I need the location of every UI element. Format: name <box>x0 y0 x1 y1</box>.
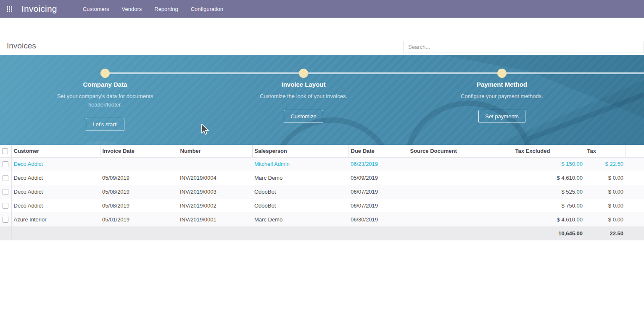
cell-spacer <box>626 199 644 213</box>
cell-spacer <box>626 171 644 185</box>
cell-spacer <box>626 157 644 171</box>
cell-spacer <box>626 213 644 226</box>
cell-due-date: 06/07/2019 <box>348 185 408 199</box>
page-title: Invoices <box>7 41 36 51</box>
row-checkbox[interactable] <box>3 161 8 167</box>
invoice-list: Customer Invoice Date Number Salesperson… <box>0 145 644 240</box>
table-header-row: Customer Invoice Date Number Salesperson… <box>0 145 644 157</box>
table-footer-row: 10,645.00 22.50 <box>0 226 644 240</box>
nav-vendors[interactable]: Vendors <box>116 1 148 17</box>
cell-tax-excluded: $ 4,610.00 <box>513 171 585 185</box>
step-dot-company-data[interactable] <box>100 69 110 78</box>
row-checkbox[interactable] <box>3 203 8 209</box>
cell-invoice-date: 05/01/2019 <box>100 213 178 226</box>
onboarding-step-invoice-layout: Invoice Layout Customize the look of you… <box>236 81 371 123</box>
nav-reporting[interactable]: Reporting <box>149 1 183 17</box>
cell-customer: Deco Addict <box>11 157 100 171</box>
row-checkbox[interactable] <box>3 175 8 181</box>
step-description: Configure your payment methods. <box>454 92 550 101</box>
cell-source-document <box>408 171 513 185</box>
cell-number: INV/2019/0003 <box>178 185 252 199</box>
cell-tax: $ 0.00 <box>585 213 626 226</box>
cell-source-document <box>408 213 513 226</box>
top-navbar: Invoicing Customers Vendors Reporting Co… <box>0 0 644 18</box>
table-row[interactable]: Deco Addict 05/08/2019 INV/2019/0003 Odo… <box>0 185 644 199</box>
control-panel: Invoices + Create Import Filters ≡ Group… <box>0 18 644 55</box>
col-header-due-date[interactable]: Due Date <box>348 145 408 157</box>
cell-due-date: 06/07/2019 <box>348 199 408 213</box>
cell-customer: Deco Addict <box>11 185 100 199</box>
table-row[interactable]: Deco Addict 05/08/2019 INV/2019/0002 Odo… <box>0 199 644 213</box>
cell-tax-excluded: $ 750.00 <box>513 199 585 213</box>
app-title[interactable]: Invoicing <box>21 4 57 14</box>
cell-salesperson: OdooBot <box>252 199 348 213</box>
total-tax: 22.50 <box>585 226 626 240</box>
search-input[interactable] <box>404 41 644 53</box>
col-header-salesperson[interactable]: Salesperson <box>252 145 348 157</box>
cell-source-document <box>408 157 513 171</box>
step-title: Company Data <box>38 81 172 88</box>
cell-tax-excluded: $ 150.00 <box>513 157 585 171</box>
table-row[interactable]: Deco Addict 05/09/2019 INV/2019/0004 Mar… <box>0 171 644 185</box>
table-row[interactable]: Deco Addict Mitchell Admin 06/23/2019 $ … <box>0 157 644 171</box>
row-checkbox[interactable] <box>3 217 8 223</box>
step-description: Set your company's data for documents he… <box>57 92 153 109</box>
onboarding-banner: Company Data Set your company's data for… <box>0 55 644 145</box>
cell-tax: $ 0.00 <box>585 199 626 213</box>
cell-salesperson: Mitchell Admin <box>252 157 348 171</box>
col-header-number[interactable]: Number <box>178 145 252 157</box>
table-row[interactable]: Azure Interior 05/01/2019 INV/2019/0001 … <box>0 213 644 226</box>
step-title: Payment Method <box>435 81 569 88</box>
cell-number: INV/2019/0004 <box>178 171 252 185</box>
cell-due-date: 06/23/2019 <box>348 157 408 171</box>
cell-salesperson: Marc Demo <box>252 171 348 185</box>
step-dot-invoice-layout[interactable] <box>299 69 308 78</box>
col-header-tax-excluded[interactable]: Tax Excluded <box>513 145 585 157</box>
col-header-tax[interactable]: Tax <box>585 145 626 157</box>
main-menu: Customers Vendors Reporting Configuratio… <box>77 1 229 17</box>
cell-source-document <box>408 185 513 199</box>
cell-tax: $ 0.00 <box>585 171 626 185</box>
cell-source-document <box>408 199 513 213</box>
nav-configuration[interactable]: Configuration <box>185 1 229 17</box>
cell-invoice-date: 05/08/2019 <box>100 185 178 199</box>
cell-tax: $ 22.50 <box>585 157 626 171</box>
cell-customer: Deco Addict <box>11 171 100 185</box>
cell-due-date: 05/09/2019 <box>348 171 408 185</box>
cell-tax: $ 0.00 <box>585 185 626 199</box>
col-header-source-document[interactable]: Source Document <box>408 145 513 157</box>
onboarding-step-payment-method: Payment Method Configure your payment me… <box>435 81 569 123</box>
cell-invoice-date: 05/08/2019 <box>100 199 178 213</box>
nav-customers[interactable]: Customers <box>77 1 115 17</box>
cell-number <box>178 157 252 171</box>
step-title: Invoice Layout <box>236 81 371 88</box>
cell-tax-excluded: $ 525.00 <box>513 185 585 199</box>
cell-number: INV/2019/0001 <box>178 213 252 226</box>
customize-button[interactable]: Customize <box>284 110 323 123</box>
cell-salesperson: Marc Demo <box>252 213 348 226</box>
search-box <box>404 41 644 53</box>
total-tax-excluded: 10,645.00 <box>513 226 585 240</box>
cell-customer: Azure Interior <box>11 213 100 226</box>
cell-spacer <box>626 185 644 199</box>
onboarding-progress-line <box>105 72 644 74</box>
cell-due-date: 06/30/2019 <box>348 213 408 226</box>
lets-start-button[interactable]: Let's start! <box>86 118 124 131</box>
cell-number: INV/2019/0002 <box>178 199 252 213</box>
select-all-checkbox[interactable] <box>2 148 8 154</box>
cell-invoice-date <box>100 157 178 171</box>
cell-customer: Deco Addict <box>11 199 100 213</box>
step-dot-payment-method[interactable] <box>497 69 507 78</box>
col-header-spacer <box>626 145 644 157</box>
cell-salesperson: OdooBot <box>252 185 348 199</box>
cell-tax-excluded: $ 4,610.00 <box>513 213 585 226</box>
step-description: Customize the look of your invoices. <box>255 92 352 101</box>
col-header-invoice-date[interactable]: Invoice Date <box>100 145 178 157</box>
set-payments-button[interactable]: Set payments <box>478 110 525 123</box>
apps-grid-icon[interactable] <box>7 6 13 12</box>
onboarding-step-company-data: Company Data Set your company's data for… <box>38 81 172 131</box>
row-checkbox[interactable] <box>3 189 8 195</box>
col-header-customer[interactable]: Customer <box>11 145 100 157</box>
cell-invoice-date: 05/09/2019 <box>100 171 178 185</box>
